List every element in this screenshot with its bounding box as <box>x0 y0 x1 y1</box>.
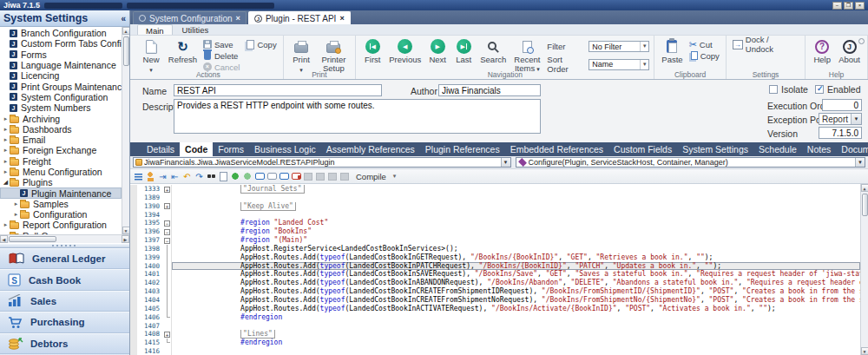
refresh-button[interactable]: Refresh <box>166 37 200 65</box>
tree-item[interactable]: ▸Foreign Exchange <box>0 145 122 155</box>
clear-breakpoints-icon[interactable] <box>316 173 325 181</box>
chevron-down-icon[interactable]: ▼ <box>640 60 648 69</box>
toggle-breakpoint-icon[interactable] <box>328 173 337 181</box>
surround-icon[interactable] <box>242 171 253 182</box>
code-text[interactable] <box>172 211 860 220</box>
fold-margin[interactable]: + <box>162 185 172 194</box>
collapsed-arrow-icon[interactable]: ▸ <box>2 126 10 133</box>
breakpoint-margin[interactable] <box>130 270 137 279</box>
editor-vertical-scrollbar[interactable]: ▲ ▼ <box>860 184 868 355</box>
indent-icon[interactable]: ⇥ <box>157 171 168 182</box>
recent-items-button[interactable]: Recent Items <box>510 37 543 75</box>
next-button[interactable]: ▶ Next <box>425 37 450 65</box>
code-text[interactable]: "Lines" <box>172 330 860 339</box>
code-line[interactable]: 1416 <box>130 347 860 355</box>
tree-item[interactable]: Custom Form Tabs Configu <box>0 38 122 49</box>
page-icon[interactable] <box>220 172 227 181</box>
tree-item[interactable]: ▸Samples <box>0 199 122 209</box>
detail-tab-business-logic[interactable]: Business Logic <box>249 142 321 156</box>
collapsed-arrow-icon[interactable]: ▸ <box>2 147 10 154</box>
code-text[interactable] <box>172 322 860 331</box>
code-text[interactable]: #region "(Main)" <box>172 236 860 245</box>
collapsed-arrow-icon[interactable]: ▸ <box>12 211 20 218</box>
class-dropdown[interactable]: JiwaFinancials.Jiwa.JiwaServiceModel.RES… <box>133 157 511 168</box>
tree-item[interactable]: ▸Report Configuration <box>0 220 122 230</box>
module-debtors[interactable]: Debtors <box>0 333 129 354</box>
tree-item[interactable]: ▸Configuration <box>0 209 122 220</box>
code-line[interactable]: 1408+ "Lines" <box>130 330 860 339</box>
uncomment-icon[interactable] <box>267 173 277 180</box>
detail-tab-custom-fields[interactable]: Custom Fields <box>608 142 677 156</box>
collapsed-region-box[interactable]: "Journal Sets" <box>240 185 304 194</box>
exception-policy-dropdown[interactable]: Report ▼ <box>819 113 862 125</box>
fold-margin[interactable]: + <box>162 202 172 211</box>
tree-item[interactable]: Print Groups Maintenance <box>0 81 122 91</box>
breakpoint-margin[interactable] <box>130 202 137 211</box>
breakpoint-margin[interactable] <box>130 313 137 322</box>
code-line[interactable]: 1401 AppHost.Routes.Add(typeof(LandedCos… <box>130 270 860 279</box>
breakpoint-margin[interactable] <box>130 236 137 245</box>
scroll-up-icon[interactable]: ▲ <box>122 27 130 35</box>
search-button[interactable]: Search <box>477 37 509 65</box>
tab-plugin-rest-api[interactable]: J Plugin - REST API × <box>248 11 351 24</box>
line-spacing-icon[interactable] <box>133 171 144 182</box>
chevron-down-icon[interactable]: ▼ <box>855 158 865 167</box>
code-text[interactable]: "Keep Alive" <box>172 202 860 211</box>
delete-button[interactable]: Delete <box>201 50 242 61</box>
scroll-left-icon[interactable]: ◀ <box>0 235 8 243</box>
detail-tab-notes[interactable]: Notes <box>802 142 836 156</box>
breakpoint-margin[interactable] <box>130 322 137 331</box>
chevron-down-icon[interactable]: ▼ <box>851 114 861 124</box>
isolate-checkbox[interactable]: Isolate <box>769 84 808 95</box>
tab-system-configuration[interactable]: System Configuration × <box>133 11 247 24</box>
tree-item[interactable]: ▸Archiving <box>0 113 122 123</box>
code-text[interactable]: #region "Landed Cost" <box>172 219 860 227</box>
chevron-down-icon[interactable]: ▼ <box>501 158 510 167</box>
breakpoint-icon[interactable] <box>304 173 312 181</box>
cut-button[interactable]: Cut <box>687 39 721 49</box>
bookmark-icon[interactable] <box>279 173 289 180</box>
module-purchasing[interactable]: Purchasing <box>0 312 129 332</box>
breakpoint-margin[interactable] <box>130 194 137 202</box>
checkbox-checked-icon[interactable] <box>815 85 824 94</box>
collapsed-arrow-icon[interactable]: ▸ <box>2 221 10 228</box>
code-line[interactable]: 1398 AppHost.RegisterService<LandedCostB… <box>130 245 860 253</box>
undo-icon[interactable]: ↶ <box>181 171 193 182</box>
breakpoint-margin[interactable] <box>130 262 137 271</box>
breakpoint-margin[interactable] <box>130 347 137 355</box>
fold-margin[interactable]: + <box>162 330 172 339</box>
printer-setup-button[interactable]: Printer Setup <box>316 37 351 74</box>
expand-region-icon[interactable]: + <box>164 187 170 193</box>
outdent-icon[interactable]: ⇤ <box>169 171 181 182</box>
previous-button[interactable]: ◀ Previous <box>386 37 424 65</box>
breakpoint-margin[interactable] <box>130 339 137 347</box>
ribbon-tab-main[interactable]: Main <box>137 24 173 35</box>
module-cash-book[interactable]: S Cash Book <box>0 269 129 290</box>
scrollbar-thumb[interactable] <box>9 236 56 242</box>
format-document-icon[interactable] <box>145 171 156 182</box>
tree-item[interactable]: ▸Email <box>0 135 122 145</box>
expand-region-icon[interactable]: + <box>164 203 170 209</box>
code-line[interactable]: 1402 AppHost.Routes.Add(typeof(LandedCos… <box>130 279 860 287</box>
paste-button[interactable]: Paste <box>659 37 685 65</box>
code-text[interactable]: AppHost.Routes.Add(typeof(LandedCostBook… <box>172 253 860 262</box>
redo-icon[interactable]: ↷ <box>194 171 205 182</box>
tree-item[interactable]: ▸Dashboards <box>0 124 122 135</box>
detail-tab-code[interactable]: Code <box>180 142 213 156</box>
method-dropdown[interactable]: Configure(Plugin, ServiceStackHost, Cont… <box>516 157 865 168</box>
detail-tab-forms[interactable]: Forms <box>213 142 249 156</box>
minimize-button[interactable]: − <box>832 2 842 10</box>
code-line[interactable]: 1404 AppHost.Routes.Add(typeof(LandedCos… <box>130 296 860 305</box>
code-text[interactable]: #endregion <box>172 339 860 347</box>
collapsed-arrow-icon[interactable]: ▸ <box>2 115 10 122</box>
collapse-region-icon[interactable]: − <box>164 229 170 235</box>
collapsed-region-box[interactable]: "Keep Alive" <box>240 202 296 211</box>
author-field[interactable] <box>438 84 541 96</box>
tree-item[interactable]: System Numbers <box>0 102 122 113</box>
code-text[interactable] <box>172 347 860 355</box>
tree-item[interactable]: Branch Configuration <box>0 28 122 38</box>
scrollbar-thumb[interactable] <box>862 194 868 216</box>
tree-item[interactable]: Licencing <box>0 70 122 81</box>
code-text[interactable]: #endregion <box>172 313 860 322</box>
code-editor[interactable]: 1333+ "Journal Sets"13891390+ "Keep Aliv… <box>130 184 868 355</box>
